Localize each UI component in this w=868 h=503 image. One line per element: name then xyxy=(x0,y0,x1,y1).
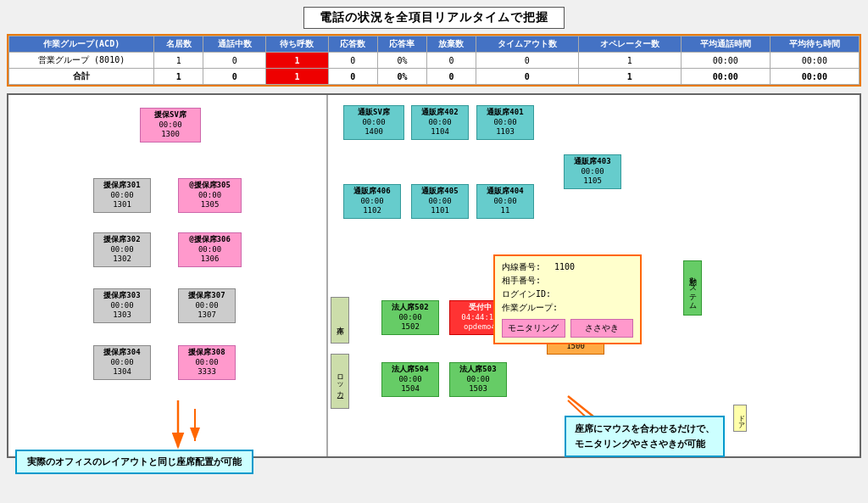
page-title: 電話の状況を全項目リアルタイムで把握 xyxy=(303,7,565,29)
td-avg-wait: 00:00 xyxy=(770,53,859,69)
th-timeout: タイムアウト数 xyxy=(476,36,578,53)
seat-402[interactable]: 通販席402 00:00 1104 xyxy=(411,105,469,140)
seat-401[interactable]: 通販席401 00:00 1103 xyxy=(476,105,534,140)
popup-label-aite: 相手番号: xyxy=(502,276,541,285)
td-timeout: 0 xyxy=(476,53,578,69)
th-avg-wait: 平均待ち時間 xyxy=(770,36,859,53)
seat-sv-hoken-id: 1300 xyxy=(143,130,198,140)
td-otoritsu: 0% xyxy=(377,53,426,69)
popup-row-aite: 相手番号: xyxy=(502,275,633,287)
callout-left-text: 実際のオフィスのレイアウトと同じ座席配置が可能 xyxy=(27,456,242,467)
td-oto: 0 xyxy=(328,53,377,69)
table-header-row: 作業グループ(ACD) 名居数 通話中数 待ち呼数 応答数 応答率 放棄数 タイ… xyxy=(9,36,860,53)
seat-406[interactable]: 通販席406 00:00 1102 xyxy=(343,184,401,219)
popup-row-group: 作業グループ: xyxy=(502,302,633,314)
seat-405[interactable]: 通販席405 00:00 1101 xyxy=(411,184,469,219)
callout-right-text: 座席にマウスを合わせるだけで、モニタリングやささやきが可能 xyxy=(575,423,715,450)
floor-arrows-svg xyxy=(8,95,860,460)
td-total-oto: 0 xyxy=(328,69,377,85)
seat-sv-hoken[interactable]: 援保SV席 00:00 1300 xyxy=(140,108,201,143)
seat-304[interactable]: 援保席304 00:00 1304 xyxy=(93,345,151,380)
callout-bottom-right: 座席にマウスを合わせるだけで、モニタリングやささやきが可能 xyxy=(565,416,725,457)
td-machiko: 1 xyxy=(266,53,329,69)
seat-301[interactable]: 援保席301 00:00 1301 xyxy=(93,178,151,213)
seat-popup: 内線番号: 1100 相手番号: ログインID: 作業グループ: モニタリング xyxy=(493,254,642,344)
floor-inner: 援保SV席 00:00 1300 援保席301 00:00 1301 @援保席3… xyxy=(8,95,860,456)
popup-label-naisen: 内線番号: xyxy=(502,262,541,271)
td-total-hoki: 0 xyxy=(426,69,476,85)
th-oto: 応答数 xyxy=(328,36,377,53)
table-row-total: 合計 1 0 1 0 0% 0 0 1 00:00 00:00 xyxy=(9,69,860,85)
td-hoki: 0 xyxy=(426,53,476,69)
th-tsuwanaka: 通話中数 xyxy=(203,36,266,53)
td-total-operator: 1 xyxy=(578,69,681,85)
td-operator: 1 xyxy=(578,53,681,69)
seat-305[interactable]: @援保席305 00:00 1305 xyxy=(178,178,242,213)
floor-layout: 援保SV席 00:00 1300 援保席301 00:00 1301 @援保席3… xyxy=(7,93,861,458)
seat-308[interactable]: 援保席308 00:00 3333 xyxy=(178,345,236,380)
td-group-name: 営業グループ (8010) xyxy=(9,53,154,69)
td-total-avg-talk: 00:00 xyxy=(681,69,770,85)
popup-row-login: ログインID: xyxy=(502,288,633,300)
td-tsuwanaka: 0 xyxy=(203,53,266,69)
th-hoki: 放棄数 xyxy=(426,36,476,53)
seat-404[interactable]: 通販席404 00:00 11 xyxy=(476,184,534,219)
seat-302[interactable]: 援保席302 00:00 1302 xyxy=(93,232,151,267)
popup-row-naisen: 内線番号: 1100 xyxy=(502,261,633,273)
popup-value-naisen: 1100 xyxy=(546,262,575,271)
arrows-svg xyxy=(8,95,860,456)
seat-hojin502[interactable]: 法人席502 00:00 1502 xyxy=(381,300,439,335)
kinmu-system-label: 勤怠システム xyxy=(683,260,702,316)
seat-307[interactable]: 援保席307 00:00 1307 xyxy=(178,288,236,323)
seat-306[interactable]: @援保席306 00:00 1306 xyxy=(178,232,242,267)
td-total-otoritsu: 0% xyxy=(377,69,426,85)
td-total-avg-wait: 00:00 xyxy=(770,69,859,85)
td-total-label: 合計 xyxy=(9,69,154,85)
seat-hojin503[interactable]: 法人席503 00:00 1503 xyxy=(449,362,507,397)
seat-403[interactable]: 通販席403 00:00 1105 xyxy=(564,154,621,189)
main-container: 電話の状況を全項目リアルタイムで把握 作業グループ(ACD) 名居数 通話中数 … xyxy=(0,0,868,503)
th-avg-talk: 平均通話時間 xyxy=(681,36,770,53)
monitoring-button[interactable]: モニタリング xyxy=(502,319,565,338)
td-total-timeout: 0 xyxy=(476,69,578,85)
callout-bottom-left: 実際のオフィスのレイアウトと同じ座席配置が可能 xyxy=(15,450,253,474)
seat-sv-hoken-name: 援保SV席 xyxy=(143,110,198,120)
sasayaki-button[interactable]: ささやき xyxy=(570,319,634,338)
popup-label-login: ログインID: xyxy=(502,289,551,299)
seat-sv-tuuhan[interactable]: 通販SV席 00:00 1400 xyxy=(343,105,404,140)
table-row: 営業グループ (8010) 1 0 1 0 0% 0 0 1 00:00 00:… xyxy=(9,53,860,69)
seat-303[interactable]: 援保席303 00:00 1303 xyxy=(93,288,151,323)
popup-label-group: 作業グループ: xyxy=(502,303,558,312)
th-otoritsu: 応答率 xyxy=(377,36,426,53)
label-locker: ロッカー xyxy=(331,354,349,409)
td-total-meikyo: 1 xyxy=(154,69,203,85)
th-meikyo: 名居数 xyxy=(154,36,203,53)
th-operator: オペレーター数 xyxy=(578,36,681,53)
label-honba: 本席 xyxy=(331,297,349,344)
floor-divider xyxy=(326,95,328,456)
seat-hojin504[interactable]: 法人席504 00:00 1504 xyxy=(381,362,439,397)
seat-sv-hoken-time: 00:00 xyxy=(143,120,198,131)
td-total-tsuwanaka: 0 xyxy=(203,69,266,85)
th-machiko: 待ち呼数 xyxy=(266,36,329,53)
popup-buttons: モニタリング ささやき xyxy=(502,319,633,338)
acd-table: 作業グループ(ACD) 名居数 通話中数 待ち呼数 応答数 応答率 放棄数 タイ… xyxy=(8,36,860,85)
title-section: 電話の状況を全項目リアルタイムで把握 xyxy=(7,7,861,29)
td-avg-talk: 00:00 xyxy=(681,53,770,69)
td-meikyo: 1 xyxy=(154,53,203,69)
acd-table-section: 作業グループ(ACD) 名居数 通話中数 待ち呼数 応答数 応答率 放棄数 タイ… xyxy=(7,34,861,87)
td-total-machiko: 1 xyxy=(266,69,329,85)
door-label: ドア xyxy=(733,405,747,432)
th-group: 作業グループ(ACD) xyxy=(9,36,154,53)
